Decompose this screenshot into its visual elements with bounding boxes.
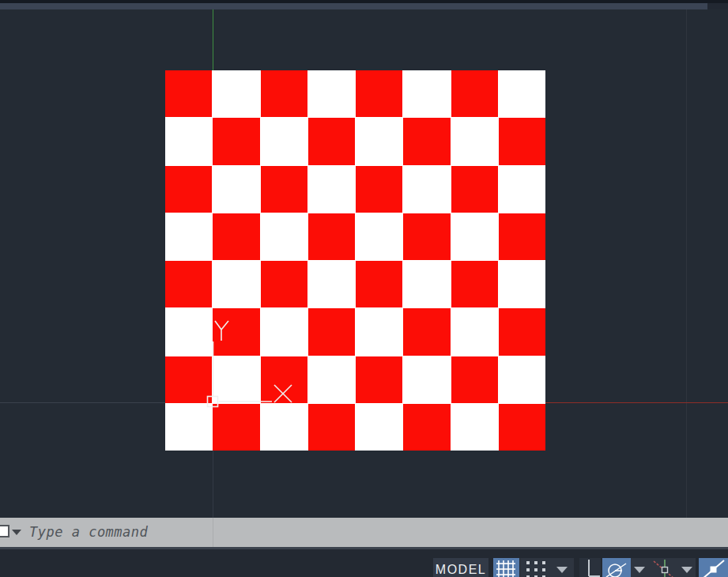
board-cell <box>499 166 545 213</box>
board-cell <box>356 308 402 355</box>
board-cell <box>165 356 212 403</box>
board-cell <box>356 118 402 164</box>
board-cell <box>213 404 259 451</box>
board-cell <box>165 118 212 164</box>
board-cell <box>261 213 307 260</box>
model-space-button[interactable]: MODEL <box>433 558 488 577</box>
command-window-icon[interactable] <box>0 525 9 537</box>
board-cell <box>499 118 545 164</box>
board-cell <box>165 308 212 355</box>
tracking-group <box>631 558 696 577</box>
board-cell <box>165 404 212 451</box>
board-cell <box>451 70 498 117</box>
crosshair-horizontal-right <box>545 402 728 403</box>
board-cell <box>403 356 450 403</box>
board-cell <box>356 213 402 260</box>
board-cell <box>356 404 402 451</box>
board-cell <box>165 70 212 117</box>
board-cell <box>403 166 450 213</box>
board-cell <box>499 70 545 117</box>
board-cell <box>451 308 498 355</box>
ortho-mode-button[interactable] <box>579 558 601 577</box>
crosshair-vertical-line <box>213 9 213 70</box>
board-cell <box>451 404 498 451</box>
board-cell <box>261 308 307 355</box>
checkerboard-drawing <box>165 70 545 451</box>
command-input[interactable]: Type a command <box>29 518 148 547</box>
board-cell <box>499 308 545 355</box>
board-cell <box>261 118 307 164</box>
board-cell <box>499 261 545 307</box>
board-cell <box>451 213 498 260</box>
autotrack-dropdown-caret-icon[interactable] <box>681 567 692 573</box>
board-cell <box>213 308 259 355</box>
board-cell <box>213 166 259 213</box>
board-cell <box>261 70 307 117</box>
board-cell <box>213 261 259 307</box>
command-history-caret-icon[interactable] <box>12 530 21 535</box>
board-cell <box>356 166 402 213</box>
board-cell <box>308 70 355 117</box>
snap-dropdown-caret-icon[interactable] <box>556 567 568 573</box>
board-cell <box>308 166 355 213</box>
board-cell <box>165 166 212 213</box>
snap-dots-icon[interactable] <box>526 560 549 577</box>
board-cell <box>356 356 402 403</box>
ribbon-strip <box>0 3 728 9</box>
board-cell <box>213 118 259 164</box>
ortho-icon <box>579 558 601 577</box>
board-cell <box>213 70 259 117</box>
board-cell <box>451 166 498 213</box>
ribbon-strip-end <box>707 3 728 9</box>
command-bar-divider <box>213 518 213 547</box>
board-cell <box>403 308 450 355</box>
polar-dropdown-caret-icon[interactable] <box>634 567 645 573</box>
board-cell <box>261 404 307 451</box>
board-cell <box>403 213 450 260</box>
board-cell <box>165 213 212 260</box>
board-cell <box>403 404 450 451</box>
viewport-edge <box>686 9 687 518</box>
board-cell <box>403 70 450 117</box>
board-cell <box>165 261 212 307</box>
crosshair-horizontal-left <box>0 402 165 403</box>
board-cell <box>261 356 307 403</box>
autotrack-icon[interactable] <box>648 558 680 577</box>
board-cell <box>451 356 498 403</box>
board-cell <box>499 404 545 451</box>
model-space-canvas[interactable] <box>0 9 728 518</box>
board-cell <box>261 166 307 213</box>
board-cell <box>308 118 355 164</box>
board-cell <box>308 261 355 307</box>
osnap-icon <box>699 558 728 577</box>
crosshair-vertical-line-lower <box>213 451 213 518</box>
snap-mode-group <box>520 558 574 577</box>
grid-display-button[interactable] <box>493 558 519 577</box>
board-cell <box>261 261 307 307</box>
grid-icon <box>493 558 519 577</box>
board-cell <box>451 118 498 164</box>
board-cell <box>213 356 259 403</box>
polar-tracking-button[interactable] <box>602 558 631 577</box>
polar-icon <box>602 558 631 577</box>
board-cell <box>499 213 545 260</box>
board-cell <box>308 404 355 451</box>
board-cell <box>499 356 545 403</box>
board-cell <box>308 213 355 260</box>
object-snap-button[interactable] <box>699 558 728 577</box>
board-cell <box>356 261 402 307</box>
command-line-bar[interactable]: Type a command <box>0 518 728 547</box>
board-cell <box>451 261 498 307</box>
board-cell <box>308 308 355 355</box>
board-cell <box>403 261 450 307</box>
status-bar: MODEL <box>0 547 728 577</box>
board-cell <box>356 70 402 117</box>
board-cell <box>213 213 259 260</box>
board-cell <box>403 118 450 164</box>
board-cell <box>308 356 355 403</box>
